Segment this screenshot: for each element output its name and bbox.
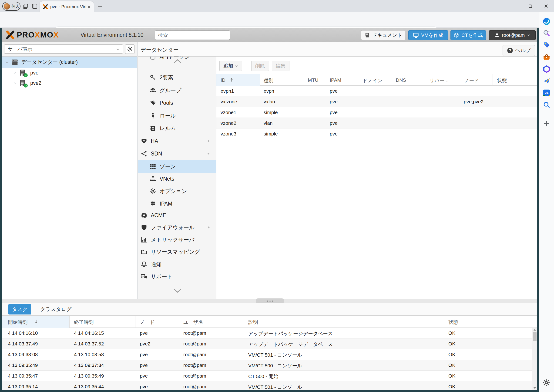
menu-item-acme[interactable]: ACME (138, 209, 216, 222)
tree-node-datacenter[interactable]: データセンター (cluster) (2, 56, 137, 68)
menu-item-support[interactable]: サポート (138, 270, 216, 283)
help-button[interactable]: ? ヘルプ (503, 45, 535, 56)
caret-down-icon[interactable] (5, 60, 9, 64)
cell-type: vxlan (264, 99, 275, 105)
cell-user: root@pam (183, 330, 206, 336)
tab-tasks[interactable]: タスク (8, 304, 31, 315)
create-vm-button[interactable]: VMを作成 (408, 30, 448, 40)
cell-end: 4 14 04:16:15 (74, 330, 104, 336)
tree-settings-button[interactable] (125, 44, 134, 54)
menu-item-pools[interactable]: Pools (138, 97, 216, 109)
scrollbar-thumb[interactable] (533, 332, 537, 341)
copilot-sidebar-icon[interactable] (543, 17, 551, 25)
scroll-down-icon[interactable] (173, 288, 182, 294)
task-scrollbar[interactable] (532, 328, 537, 390)
scrollbar-up-icon[interactable] (533, 329, 536, 331)
zone-row[interactable]: vzone1 simple pve (216, 107, 537, 118)
column-header-id[interactable]: ID (221, 77, 225, 83)
task-row[interactable]: 4 13 09:38:08 4 13 10:08:58 pve root@pam… (2, 349, 532, 360)
menu-item-sdn[interactable]: SDN (138, 147, 216, 160)
menu-item-groups[interactable]: グループ (138, 84, 216, 97)
pve-search-input[interactable] (155, 30, 230, 40)
column-header-ipam[interactable]: IPAM (330, 77, 341, 83)
column-header-status[interactable]: 状態 (448, 319, 458, 325)
browser-tab[interactable]: pve - Proxmox Virtual Environme (40, 1, 94, 12)
column-header-node[interactable]: ノード (140, 319, 155, 325)
edit-button[interactable]: 編集 (272, 61, 290, 71)
task-row[interactable]: 4 13 09:35:49 4 13 09:37:34 pve root@pam… (2, 360, 532, 371)
menu-item-two-factor[interactable]: 2要素 (138, 71, 216, 84)
menu-item-notifications[interactable]: 通知 (138, 258, 216, 271)
profile-button[interactable]: 個人 (2, 2, 21, 11)
menu-item-vnets[interactable]: VNets (138, 173, 216, 185)
tab-close-icon[interactable] (87, 5, 91, 9)
column-header-start-time[interactable]: 開始時刻 (8, 319, 28, 325)
zone-row[interactable]: vzone2 vlan pve (216, 118, 537, 128)
window-minimize-button[interactable] (509, 2, 519, 10)
menu-item-ha[interactable]: HA (138, 135, 216, 147)
column-header-reverse-dns[interactable]: リバー... (429, 77, 449, 84)
sidebar-add-icon[interactable] (543, 120, 551, 127)
window-maximize-button[interactable] (525, 2, 535, 10)
menu-item-options[interactable]: オプション (138, 185, 216, 197)
menu-item-resource-mappings[interactable]: リソースマッピング (138, 245, 216, 258)
task-row[interactable]: 4 14 04:16:10 4 14 04:16:15 pve root@pam… (2, 328, 532, 338)
calendar-icon[interactable]: 24 (543, 89, 551, 97)
cell-start: 4 13 09:35:49 (8, 363, 38, 368)
sidebar-settings-gear-icon[interactable] (543, 379, 551, 387)
caret-right-icon[interactable] (14, 82, 17, 85)
shopping-icon[interactable] (543, 41, 551, 49)
tab-cluster-log[interactable]: クラスタログ (35, 304, 77, 315)
menu-item-roles[interactable]: ロール (138, 109, 216, 122)
splitter-handle[interactable] (256, 298, 284, 304)
caret-right-icon[interactable] (14, 71, 17, 75)
messaging-icon[interactable] (543, 77, 551, 85)
zone-row[interactable]: evpn1 evpn pve (216, 86, 537, 96)
task-row[interactable]: 4 14 03:37:49 4 14 03:37:52 pve2 root@pa… (2, 338, 532, 349)
tools-icon[interactable] (543, 53, 551, 61)
column-header-domain[interactable]: ドメイン (362, 77, 382, 84)
window-close-button[interactable] (541, 2, 551, 10)
sort-desc-icon (35, 319, 38, 324)
column-header-state[interactable]: 状態 (497, 77, 507, 84)
new-tab-button[interactable] (97, 3, 103, 9)
scrollbar-down-icon[interactable] (533, 387, 536, 389)
zone-row[interactable]: vzone3 simple pve (216, 128, 537, 139)
menu-item-metric-server[interactable]: メトリックサーバ (138, 233, 216, 246)
menu-item-realms[interactable]: レルム (138, 122, 216, 134)
view-mode-select[interactable]: サーバ表示 (4, 44, 123, 54)
user-menu-button[interactable]: root@pam (489, 30, 536, 40)
cell-id: vzone3 (221, 131, 236, 137)
column-header-type[interactable]: 種別 (264, 77, 273, 84)
caret-right-icon (207, 139, 210, 143)
task-row[interactable]: 4 13 09:35:47 4 13 09:35:49 pve root@pam… (2, 371, 532, 381)
panel-splitter[interactable] (2, 299, 537, 303)
tab-search-icon[interactable] (32, 3, 38, 9)
column-header-dns[interactable]: DNS (396, 77, 406, 83)
tab-groups-icon[interactable] (22, 3, 28, 9)
visual-search-icon[interactable] (543, 29, 551, 37)
remove-button[interactable]: 削除 (251, 61, 269, 71)
column-header-nodes[interactable]: ノード (464, 77, 479, 84)
create-ct-button[interactable]: CTを作成 (450, 30, 486, 40)
column-header-mtu[interactable]: MTU (308, 77, 319, 83)
add-button[interactable]: 追加 (219, 61, 242, 71)
task-row[interactable]: 4 13 09:35:14 4 13 09:35:44 pve root@pam… (2, 381, 532, 390)
column-header-user[interactable]: ユーザ名 (183, 319, 203, 325)
sitemap-icon (149, 176, 156, 182)
tree-node-pve2[interactable]: pve2 (2, 78, 137, 88)
screen: 個人 pve - Proxmox Virtual Environme (0, 0, 554, 392)
menu-item-zones[interactable]: ゾーン (138, 160, 216, 173)
menu-item-firewall[interactable]: ファイアウォール (138, 221, 216, 234)
column-header-description[interactable]: 説明 (248, 319, 258, 325)
documentation-button[interactable]: ドキュメント (361, 30, 405, 40)
sidebar-search-icon[interactable] (543, 101, 551, 109)
scroll-up-icon[interactable] (173, 58, 182, 64)
m365-icon[interactable] (543, 65, 551, 73)
tree-node-pve[interactable]: pve (2, 68, 137, 78)
task-tabs-bar: タスク クラスタログ (2, 303, 537, 316)
menu-item-ipam[interactable]: IPAM (138, 197, 216, 210)
cell-ipam: pve (330, 120, 338, 126)
column-header-end-time[interactable]: 終了時刻 (74, 319, 94, 325)
zone-row[interactable]: vxlzone vxlan pve pve,pve2 (216, 96, 537, 107)
